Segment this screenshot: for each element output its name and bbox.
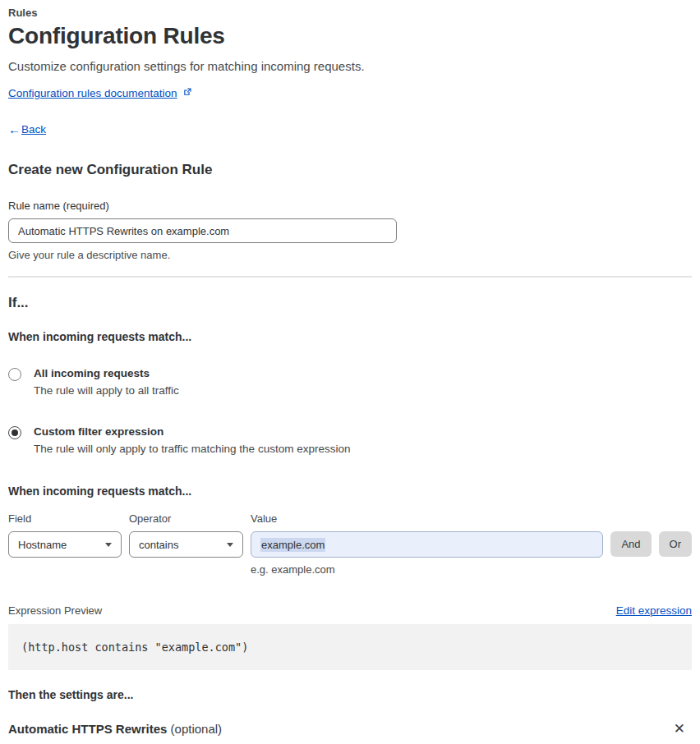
radio-all-requests-label: All incoming requests [34, 367, 179, 379]
rule-name-help: Give your rule a descriptive name. [8, 249, 692, 261]
operator-column-label: Operator [129, 512, 251, 525]
create-rule-heading: Create new Configuration Rule [8, 162, 692, 178]
documentation-link[interactable]: Configuration rules documentation [8, 87, 177, 99]
then-settings-heading: Then the settings are... [8, 688, 692, 701]
expression-preview-code: (http.host contains "example.com") [8, 624, 692, 670]
expression-preview-label: Expression Preview [8, 604, 102, 617]
radio-custom-filter-label: Custom filter expression [34, 425, 350, 438]
field-select-value: Hostname [18, 539, 67, 551]
and-button[interactable]: And [610, 531, 651, 557]
page-description: Customize configuration settings for mat… [8, 59, 692, 73]
value-column-label: Value [251, 512, 692, 525]
operator-select[interactable]: contains [129, 531, 243, 558]
external-link-icon [182, 85, 192, 100]
rule-name-label: Rule name (required) [8, 200, 692, 212]
radio-option-custom-filter[interactable]: Custom filter expression The rule will o… [8, 425, 692, 455]
operator-select-value: contains [139, 539, 178, 551]
back-arrow-icon: ← [8, 122, 21, 136]
setting-title: Automatic HTTPS Rewrites (optional) [8, 722, 222, 736]
match-type-heading: When incoming requests match... [8, 330, 692, 343]
expression-builder-heading: When incoming requests match... [8, 485, 692, 498]
value-input-text: example.com [260, 538, 325, 552]
radio-all-requests-icon[interactable] [8, 368, 21, 381]
back-link[interactable]: ← Back [8, 122, 692, 136]
field-select[interactable]: Hostname [8, 531, 122, 558]
field-column-label: Field [8, 512, 129, 525]
close-icon[interactable]: ✕ [674, 722, 685, 736]
chevron-down-icon [105, 543, 112, 547]
value-input[interactable]: example.com [251, 531, 603, 558]
radio-custom-filter-icon[interactable] [8, 426, 21, 439]
radio-option-all-requests[interactable]: All incoming requests The rule will appl… [8, 367, 692, 397]
breadcrumb: Rules [8, 7, 692, 19]
radio-custom-filter-description: The rule will only apply to traffic matc… [34, 443, 350, 455]
section-divider [8, 276, 692, 278]
setting-optional-label: (optional) [167, 722, 222, 736]
back-link-label[interactable]: Back [21, 123, 46, 135]
chevron-down-icon [227, 543, 233, 547]
edit-expression-link[interactable]: Edit expression [616, 604, 692, 617]
page-title: Configuration Rules [8, 23, 692, 49]
rule-name-input[interactable] [8, 218, 397, 243]
radio-all-requests-description: The rule will apply to all traffic [34, 384, 179, 397]
or-button[interactable]: Or [659, 531, 692, 557]
if-heading: If... [8, 295, 692, 311]
value-help-text: e.g. example.com [251, 563, 603, 576]
